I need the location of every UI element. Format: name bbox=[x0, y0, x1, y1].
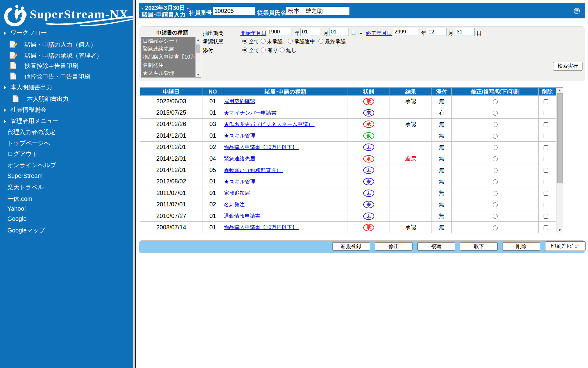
svg-text:?: ? bbox=[576, 9, 578, 13]
